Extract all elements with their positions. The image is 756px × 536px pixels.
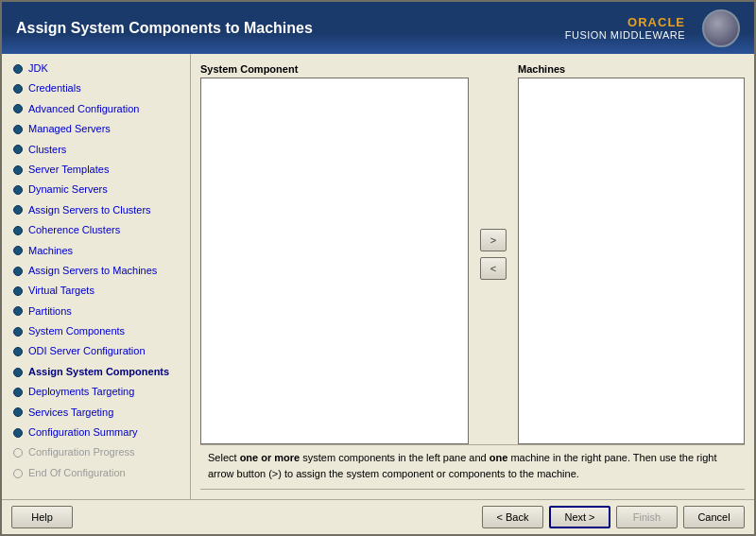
sidebar-label-configuration-summary: Configuration Summary [28, 425, 138, 440]
sidebar-item-jdk[interactable]: JDK [2, 59, 190, 78]
sidebar-dot-system-components [13, 327, 23, 337]
help-button[interactable]: Help [11, 506, 73, 528]
sidebar-label-clusters: Clusters [28, 143, 66, 157]
sidebar-item-virtual-targets[interactable]: Virtual Targets [2, 281, 190, 301]
sidebar-label-configuration-progress: Configuration Progress [28, 445, 135, 459]
sidebar-dot-configuration-progress [13, 448, 23, 458]
footer-right-buttons: < Back Next > Finish Cancel [482, 506, 745, 528]
sidebar-dot-odi-server-configuration [13, 347, 23, 356]
sidebar-label-dynamic-servers: Dynamic Servers [28, 182, 108, 197]
sidebar-item-coherence-clusters[interactable]: Coherence Clusters [2, 220, 190, 240]
sidebar-label-end-of-configuration: End Of Configuration [28, 466, 126, 480]
sidebar-item-services-targeting[interactable]: Services Targeting [2, 403, 190, 423]
sidebar-dot-end-of-configuration [13, 469, 23, 478]
main-window: Assign System Components to Machines ORA… [0, 0, 756, 536]
next-button[interactable]: Next > [549, 506, 610, 528]
sidebar-item-partitions[interactable]: Partitions [2, 302, 190, 321]
sidebar-item-assign-system-components[interactable]: Assign System Components [2, 362, 190, 382]
sidebar-item-managed-servers[interactable]: Managed Servers [2, 119, 190, 139]
sidebar-label-coherence-clusters: Coherence Clusters [28, 223, 120, 237]
left-panel: System Component [200, 63, 469, 444]
sidebar-item-end-of-configuration: End Of Configuration [2, 463, 190, 483]
fusion-text: FUSION MIDDLEWARE [565, 29, 685, 41]
sidebar-dot-configuration-summary [13, 428, 23, 438]
sidebar-item-advanced-configuration[interactable]: Advanced Configuration [2, 99, 190, 119]
desc-bold1: one or more [240, 452, 301, 463]
sidebar-dot-assign-system-components [13, 368, 23, 377]
sidebar-dot-jdk [13, 64, 23, 74]
system-component-list[interactable] [200, 78, 469, 444]
sidebar-dot-assign-servers-to-clusters [13, 205, 23, 215]
footer: Help < Back Next > Finish Cancel [2, 499, 754, 534]
sidebar-label-server-templates: Server Templates [28, 163, 109, 177]
sidebar-item-machines[interactable]: Machines [2, 241, 190, 261]
system-component-label: System Component [200, 63, 469, 75]
sidebar-dot-assign-servers-to-machines [13, 267, 23, 276]
sidebar-dot-coherence-clusters [13, 226, 23, 235]
sidebar: JDKCredentialsAdvanced ConfigurationMana… [2, 54, 191, 499]
sidebar-label-assign-servers-to-machines: Assign Servers to Machines [28, 264, 157, 278]
sidebar-item-dynamic-servers[interactable]: Dynamic Servers [2, 180, 190, 199]
desc-text1: Select [208, 452, 240, 463]
sidebar-dot-clusters [13, 145, 23, 154]
sidebar-item-odi-server-configuration[interactable]: ODI Server Configuration [2, 341, 190, 361]
sidebar-item-deployments-targeting[interactable]: Deployments Targeting [2, 382, 190, 402]
sidebar-dot-server-templates [13, 165, 23, 175]
back-button[interactable]: < Back [482, 506, 543, 528]
sidebar-label-managed-servers: Managed Servers [28, 122, 111, 136]
sidebar-label-virtual-targets: Virtual Targets [28, 284, 94, 298]
sidebar-dot-virtual-targets [13, 286, 23, 296]
sidebar-label-odi-server-configuration: ODI Server Configuration [28, 344, 146, 358]
sidebar-label-jdk: JDK [28, 61, 48, 76]
sidebar-item-configuration-progress: Configuration Progress [2, 442, 190, 462]
sidebar-item-assign-servers-to-clusters[interactable]: Assign Servers to Clusters [2, 200, 190, 220]
sidebar-label-credentials: Credentials [28, 81, 81, 95]
page-title: Assign System Components to Machines [16, 20, 313, 37]
sidebar-item-configuration-summary[interactable]: Configuration Summary [2, 423, 190, 442]
sidebar-dot-managed-servers [13, 125, 23, 134]
sidebar-dot-dynamic-servers [13, 185, 23, 195]
sidebar-item-server-templates[interactable]: Server Templates [2, 160, 190, 180]
sidebar-dot-advanced-configuration [13, 104, 23, 113]
sidebar-item-assign-servers-to-machines[interactable]: Assign Servers to Machines [2, 261, 190, 281]
desc-bold2: one [490, 452, 508, 463]
panels-row: System Component > < Machines [200, 63, 745, 444]
header: Assign System Components to Machines ORA… [2, 2, 754, 54]
arrow-right-button[interactable]: > [480, 229, 507, 251]
content-area: JDKCredentialsAdvanced ConfigurationMana… [2, 54, 754, 499]
sidebar-dot-machines [13, 246, 23, 255]
sidebar-label-assign-system-components: Assign System Components [28, 365, 169, 379]
sidebar-label-machines: Machines [28, 244, 73, 258]
machines-tree[interactable] [518, 78, 745, 444]
sidebar-label-system-components: System Components [28, 324, 125, 338]
desc-text2: system components in the left pane and [300, 452, 490, 463]
sidebar-item-credentials[interactable]: Credentials [2, 78, 190, 98]
arrow-buttons: > < [476, 63, 510, 444]
machines-label: Machines [518, 63, 745, 75]
finish-button[interactable]: Finish [616, 506, 678, 528]
sidebar-label-partitions: Partitions [28, 304, 72, 319]
sidebar-dot-deployments-targeting [13, 388, 23, 397]
sidebar-label-advanced-configuration: Advanced Configuration [28, 102, 139, 116]
description-bar: Select one or more system components in … [200, 444, 745, 490]
arrow-left-button[interactable]: < [480, 257, 507, 280]
sidebar-dot-services-targeting [13, 407, 23, 417]
cancel-button[interactable]: Cancel [683, 506, 745, 528]
sidebar-label-deployments-targeting: Deployments Targeting [28, 385, 134, 399]
sidebar-label-assign-servers-to-clusters: Assign Servers to Clusters [28, 203, 151, 217]
oracle-text: ORACLE [627, 15, 685, 29]
oracle-logo: ORACLE FUSION MIDDLEWARE [565, 15, 685, 41]
main-panel: System Component > < Machines [191, 54, 754, 499]
logo-area: ORACLE FUSION MIDDLEWARE [565, 9, 740, 47]
sidebar-label-services-targeting: Services Targeting [28, 406, 113, 420]
sidebar-item-system-components[interactable]: System Components [2, 321, 190, 341]
sidebar-dot-partitions [13, 306, 23, 316]
sidebar-dot-credentials [13, 84, 23, 94]
oracle-icon [702, 9, 740, 47]
sidebar-item-clusters[interactable]: Clusters [2, 140, 190, 160]
right-panel: Machines [518, 63, 745, 444]
